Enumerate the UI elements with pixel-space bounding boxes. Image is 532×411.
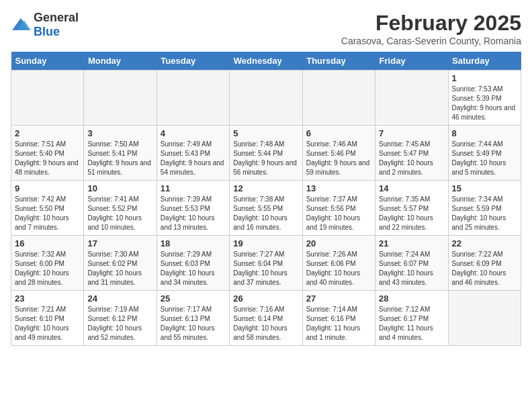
calendar-week-row: 23Sunrise: 7:21 AM Sunset: 6:10 PM Dayli… [11, 291, 521, 346]
calendar-cell: 26Sunrise: 7:16 AM Sunset: 6:14 PM Dayli… [230, 291, 302, 346]
day-info: Sunrise: 7:22 AM Sunset: 6:09 PM Dayligh… [452, 250, 517, 287]
day-number: 25 [161, 293, 226, 304]
calendar-cell: 10Sunrise: 7:41 AM Sunset: 5:52 PM Dayli… [84, 181, 157, 236]
weekday-header-sunday: Sunday [11, 52, 84, 71]
calendar-cell: 5Sunrise: 7:48 AM Sunset: 5:44 PM Daylig… [230, 126, 302, 181]
calendar-cell: 2Sunrise: 7:51 AM Sunset: 5:40 PM Daylig… [11, 126, 84, 181]
calendar-table: SundayMondayTuesdayWednesdayThursdayFrid… [11, 52, 521, 346]
day-info: Sunrise: 7:30 AM Sunset: 6:02 PM Dayligh… [87, 250, 152, 287]
weekday-header-wednesday: Wednesday [230, 52, 302, 71]
day-info: Sunrise: 7:16 AM Sunset: 6:14 PM Dayligh… [233, 305, 298, 342]
day-info: Sunrise: 7:49 AM Sunset: 5:43 PM Dayligh… [161, 140, 226, 177]
logo-text: General Blue [34, 11, 79, 39]
day-info: Sunrise: 7:34 AM Sunset: 5:59 PM Dayligh… [452, 195, 517, 232]
day-info: Sunrise: 7:21 AM Sunset: 6:10 PM Dayligh… [15, 305, 80, 342]
day-number: 16 [15, 238, 80, 248]
calendar-cell [230, 71, 302, 126]
day-info: Sunrise: 7:17 AM Sunset: 6:13 PM Dayligh… [161, 305, 226, 342]
day-info: Sunrise: 7:19 AM Sunset: 6:12 PM Dayligh… [87, 305, 152, 342]
calendar-cell: 23Sunrise: 7:21 AM Sunset: 6:10 PM Dayli… [11, 291, 84, 346]
day-number: 20 [306, 238, 371, 248]
day-number: 23 [15, 293, 80, 304]
weekday-header-friday: Friday [375, 52, 448, 71]
day-number: 4 [161, 128, 226, 138]
calendar-cell: 1Sunrise: 7:53 AM Sunset: 5:39 PM Daylig… [448, 71, 521, 126]
location-subtitle: Carasova, Caras-Severin County, Romania [341, 36, 521, 46]
calendar-cell: 18Sunrise: 7:29 AM Sunset: 6:03 PM Dayli… [157, 236, 229, 291]
calendar-cell: 22Sunrise: 7:22 AM Sunset: 6:09 PM Dayli… [448, 236, 521, 291]
day-number: 19 [233, 238, 298, 248]
day-number: 9 [15, 183, 80, 193]
calendar-cell [157, 71, 229, 126]
calendar-week-row: 9Sunrise: 7:42 AM Sunset: 5:50 PM Daylig… [11, 181, 521, 236]
calendar-cell [11, 71, 84, 126]
calendar-cell: 24Sunrise: 7:19 AM Sunset: 6:12 PM Dayli… [84, 291, 157, 346]
day-info: Sunrise: 7:53 AM Sunset: 5:39 PM Dayligh… [452, 85, 517, 122]
calendar-cell: 13Sunrise: 7:37 AM Sunset: 5:56 PM Dayli… [302, 181, 375, 236]
day-number: 21 [379, 238, 444, 248]
day-info: Sunrise: 7:12 AM Sunset: 6:17 PM Dayligh… [379, 305, 444, 342]
weekday-header-thursday: Thursday [302, 52, 375, 71]
day-info: Sunrise: 7:41 AM Sunset: 5:52 PM Dayligh… [87, 195, 152, 232]
day-info: Sunrise: 7:44 AM Sunset: 5:49 PM Dayligh… [452, 140, 517, 177]
day-number: 7 [379, 128, 444, 138]
day-info: Sunrise: 7:35 AM Sunset: 5:57 PM Dayligh… [379, 195, 444, 232]
logo-blue: Blue [34, 25, 60, 38]
calendar-cell: 15Sunrise: 7:34 AM Sunset: 5:59 PM Dayli… [448, 181, 521, 236]
logo: General Blue [11, 11, 79, 39]
header: General Blue February 2025 Carasova, Car… [11, 11, 521, 46]
calendar-cell: 25Sunrise: 7:17 AM Sunset: 6:13 PM Dayli… [157, 291, 229, 346]
day-info: Sunrise: 7:29 AM Sunset: 6:03 PM Dayligh… [161, 250, 226, 287]
day-info: Sunrise: 7:14 AM Sunset: 6:16 PM Dayligh… [306, 305, 371, 342]
day-number: 10 [87, 183, 152, 193]
calendar-week-row: 1Sunrise: 7:53 AM Sunset: 5:39 PM Daylig… [11, 71, 521, 126]
day-number: 26 [233, 293, 298, 304]
weekday-header-saturday: Saturday [448, 52, 521, 71]
calendar-cell: 17Sunrise: 7:30 AM Sunset: 6:02 PM Dayli… [84, 236, 157, 291]
calendar-cell [302, 71, 375, 126]
day-info: Sunrise: 7:32 AM Sunset: 6:00 PM Dayligh… [15, 250, 80, 287]
day-number: 6 [306, 128, 371, 138]
day-info: Sunrise: 7:26 AM Sunset: 6:06 PM Dayligh… [306, 250, 371, 287]
calendar-cell: 3Sunrise: 7:50 AM Sunset: 5:41 PM Daylig… [84, 126, 157, 181]
day-info: Sunrise: 7:51 AM Sunset: 5:40 PM Dayligh… [15, 140, 80, 177]
calendar-cell: 7Sunrise: 7:45 AM Sunset: 5:47 PM Daylig… [375, 126, 448, 181]
day-info: Sunrise: 7:39 AM Sunset: 5:53 PM Dayligh… [161, 195, 226, 232]
calendar-cell: 12Sunrise: 7:38 AM Sunset: 5:55 PM Dayli… [230, 181, 302, 236]
calendar-cell [84, 71, 157, 126]
day-number: 2 [15, 128, 80, 138]
day-number: 18 [161, 238, 226, 248]
day-info: Sunrise: 7:50 AM Sunset: 5:41 PM Dayligh… [87, 140, 152, 177]
day-number: 1 [452, 73, 517, 83]
day-info: Sunrise: 7:42 AM Sunset: 5:50 PM Dayligh… [15, 195, 80, 232]
day-number: 15 [452, 183, 517, 193]
logo-general: General [34, 11, 79, 24]
month-title: February 2025 [341, 11, 521, 36]
day-number: 27 [306, 293, 371, 304]
calendar-cell: 11Sunrise: 7:39 AM Sunset: 5:53 PM Dayli… [157, 181, 229, 236]
calendar-cell: 27Sunrise: 7:14 AM Sunset: 6:16 PM Dayli… [302, 291, 375, 346]
day-info: Sunrise: 7:37 AM Sunset: 5:56 PM Dayligh… [306, 195, 371, 232]
calendar-cell: 4Sunrise: 7:49 AM Sunset: 5:43 PM Daylig… [157, 126, 229, 181]
calendar-cell: 6Sunrise: 7:46 AM Sunset: 5:46 PM Daylig… [302, 126, 375, 181]
weekday-header-monday: Monday [84, 52, 157, 71]
calendar-cell: 14Sunrise: 7:35 AM Sunset: 5:57 PM Dayli… [375, 181, 448, 236]
day-number: 13 [306, 183, 371, 193]
day-number: 11 [161, 183, 226, 193]
title-area: February 2025 Carasova, Caras-Severin Co… [341, 11, 521, 46]
day-info: Sunrise: 7:24 AM Sunset: 6:07 PM Dayligh… [379, 250, 444, 287]
calendar-cell [448, 291, 521, 346]
day-info: Sunrise: 7:27 AM Sunset: 6:04 PM Dayligh… [233, 250, 298, 287]
day-info: Sunrise: 7:48 AM Sunset: 5:44 PM Dayligh… [233, 140, 298, 177]
calendar-cell: 16Sunrise: 7:32 AM Sunset: 6:00 PM Dayli… [11, 236, 84, 291]
calendar-cell: 28Sunrise: 7:12 AM Sunset: 6:17 PM Dayli… [375, 291, 448, 346]
calendar-cell: 19Sunrise: 7:27 AM Sunset: 6:04 PM Dayli… [230, 236, 302, 291]
day-number: 5 [233, 128, 298, 138]
calendar-cell: 8Sunrise: 7:44 AM Sunset: 5:49 PM Daylig… [448, 126, 521, 181]
weekday-header-row: SundayMondayTuesdayWednesdayThursdayFrid… [11, 52, 521, 71]
calendar-cell [375, 71, 448, 126]
day-info: Sunrise: 7:46 AM Sunset: 5:46 PM Dayligh… [306, 140, 371, 177]
calendar-week-row: 2Sunrise: 7:51 AM Sunset: 5:40 PM Daylig… [11, 126, 521, 181]
weekday-header-tuesday: Tuesday [157, 52, 229, 71]
day-info: Sunrise: 7:45 AM Sunset: 5:47 PM Dayligh… [379, 140, 444, 177]
